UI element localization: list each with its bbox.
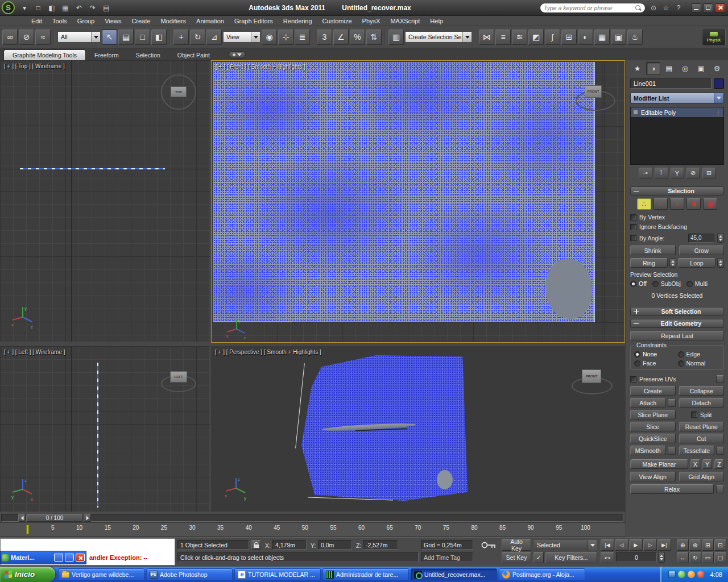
application-menu-arrow-icon[interactable]: ▾ — [18, 2, 31, 14]
stack-item-menu-icon[interactable] — [715, 109, 721, 116]
go-to-start[interactable]: |◀ — [601, 539, 614, 551]
viewport-left[interactable]: [ + ] [ Left ] [ Wireframe ] LEFT yzx — [0, 346, 210, 512]
menu-item[interactable]: Rendering — [278, 18, 317, 24]
next-frame[interactable]: ▷ — [643, 539, 657, 551]
create-button[interactable]: Create — [630, 386, 676, 396]
ignore-backfacing-checkbox[interactable]: Ignore Backfacing — [630, 223, 724, 230]
select-and-manipulate[interactable]: ⊹ — [278, 30, 293, 45]
pin-stack[interactable]: ⊸ — [639, 168, 652, 178]
menu-item[interactable]: MAXScript — [385, 18, 425, 24]
frame-spinner[interactable] — [658, 552, 665, 563]
zoom-all[interactable]: ⊛ — [689, 539, 701, 551]
maximize-button[interactable] — [703, 3, 713, 13]
cut-button[interactable]: Cut — [679, 434, 725, 443]
add-time-tag-field[interactable]: Add Time Tag — [421, 552, 473, 562]
set-key-button[interactable]: Set Key — [502, 552, 531, 563]
by-angle-value-field[interactable]: 45,0 — [688, 234, 714, 243]
snaps-toggle[interactable]: 3 — [317, 30, 332, 45]
spline-object-left-view[interactable] — [97, 363, 98, 508]
relax-settings-button[interactable] — [716, 485, 724, 493]
track-bar[interactable]: 5101520253035404550556065707580859095100 — [0, 522, 626, 537]
play-animation[interactable]: ▶ — [629, 539, 643, 551]
project-folder-button[interactable]: ▤ — [100, 2, 113, 14]
modifier-stack-item[interactable]: Editable Poly — [631, 107, 723, 117]
tessellate-settings-button[interactable] — [716, 447, 724, 455]
collapse-button[interactable]: Collapse — [679, 386, 725, 396]
remove-modifier[interactable]: ⊘ — [686, 168, 700, 178]
taskbar-item[interactable]: Postimage.org - Aloja... — [499, 568, 585, 581]
preserve-uvs-settings-button[interactable] — [716, 375, 724, 383]
msmooth-settings-button[interactable] — [668, 447, 676, 455]
unlink-selection[interactable]: ⊘ — [19, 30, 34, 45]
window-restore-button[interactable] — [65, 554, 74, 562]
close-button[interactable] — [715, 3, 725, 13]
ring-spinner[interactable] — [669, 258, 676, 268]
configure-modifier-sets[interactable]: ⊞ — [702, 168, 716, 178]
render-setup[interactable]: ▦ — [594, 30, 610, 45]
msmooth-button[interactable]: MSmooth — [630, 446, 666, 455]
attach-button[interactable]: Attach — [630, 398, 666, 408]
key-mode-toggle[interactable]: ⊷ — [601, 552, 614, 563]
object-color-swatch[interactable] — [714, 78, 724, 89]
viewcube[interactable]: FRONT — [585, 85, 602, 98]
key-filter-toggle[interactable]: ✓ — [533, 552, 544, 563]
grow-button[interactable]: Grow — [679, 246, 725, 255]
use-pivot-point-center[interactable]: ◉ — [262, 30, 277, 45]
rollout-header-soft-selection[interactable]: Soft Selection — [630, 307, 724, 316]
selection-lock-toggle[interactable] — [251, 540, 261, 550]
create-tab[interactable]: ★ — [630, 62, 644, 75]
viewport-front[interactable]: FRONT [ + ] [ Front ] [ Smooth + Highlig… — [211, 60, 625, 343]
save-file-button[interactable]: ▦ — [59, 2, 72, 14]
undo-button[interactable]: ↶ — [73, 2, 85, 14]
viewport-top[interactable]: [ + ] [ Top ] [ Wireframe ] TOP xyz — [0, 60, 210, 342]
subobject-border[interactable]: ○ — [670, 198, 684, 210]
graphite-modeling-tools-toggle[interactable]: ◩ — [528, 30, 544, 45]
ribbon-display-toggle[interactable] — [229, 51, 246, 59]
display-tab[interactable]: ▣ — [694, 62, 708, 75]
editable-poly-mesh-perspective[interactable] — [301, 355, 468, 501]
constraint-option[interactable]: Face — [634, 360, 677, 367]
detach-button[interactable]: Detach — [679, 398, 725, 408]
start-button[interactable]: Inicio — [0, 567, 55, 582]
edit-named-selection-sets[interactable]: ▥ — [388, 30, 404, 45]
constraint-option[interactable]: None — [634, 351, 677, 357]
select-and-link[interactable]: ∞ — [2, 30, 18, 45]
menu-item[interactable]: Customize — [317, 18, 357, 24]
viewport-left-label[interactable]: [ + ] [ Left ] [ Wireframe ] — [4, 349, 65, 355]
new-scene-button[interactable]: □ — [32, 2, 44, 14]
named-selection-set-dropdown[interactable]: Create Selection Se — [405, 31, 472, 43]
menu-item[interactable]: Modifiers — [155, 18, 191, 24]
material-editor-window-titlebar[interactable]: Materi... — [0, 551, 86, 564]
z-coordinate-field[interactable]: -2,527m — [363, 540, 398, 550]
viewcube[interactable]: FRONT — [582, 369, 601, 383]
align[interactable]: ≡ — [495, 30, 511, 45]
tray-antivirus-icon[interactable] — [678, 571, 685, 578]
angle-snap-toggle[interactable]: ∠ — [333, 30, 349, 45]
key-selection-set-dropdown[interactable]: Selected — [533, 539, 597, 551]
viewport-front-label[interactable]: [ + ] [ Front ] [ Smooth + Highlights ] — [216, 64, 305, 70]
communication-center-icon[interactable]: ⊙ — [648, 2, 659, 14]
open-file-button[interactable]: ◧ — [46, 2, 58, 14]
layer-manager[interactable]: ≋ — [512, 30, 527, 45]
percent-snap-toggle[interactable]: % — [350, 30, 365, 45]
constraint-option[interactable]: Edge — [678, 351, 721, 357]
grid-align-button[interactable]: Grid Align — [679, 472, 725, 481]
make-unique[interactable]: Y — [671, 168, 684, 178]
favorites-icon[interactable]: ☆ — [660, 2, 672, 14]
object-name-field[interactable]: Line001 — [630, 78, 712, 89]
tray-update-icon[interactable] — [688, 571, 695, 578]
ribbon-tab[interactable]: Graphite Modeling Tools — [3, 49, 86, 60]
relax-button[interactable]: Relax — [630, 484, 714, 494]
taskbar-item[interactable]: Administrador de tare... — [322, 568, 409, 581]
make-planar-button[interactable]: Make Planar — [630, 459, 688, 469]
go-to-end[interactable]: ▶| — [657, 539, 671, 551]
editable-poly-mesh-front[interactable] — [213, 62, 595, 322]
keyboard-shortcut-override[interactable]: ≣ — [295, 30, 310, 45]
render-production[interactable]: ♨ — [627, 30, 643, 45]
taskbar-item[interactable]: Adobe Photoshop — [146, 568, 233, 581]
schematic-view[interactable]: ⊞ — [561, 30, 577, 45]
time-slider-prev-arrow[interactable] — [18, 514, 26, 522]
subobject-element[interactable]: ▩ — [703, 198, 717, 210]
previous-frame[interactable]: ◁ — [615, 539, 628, 551]
viewport-top-label[interactable]: [ + ] [ Top ] [ Wireframe ] — [4, 63, 65, 69]
